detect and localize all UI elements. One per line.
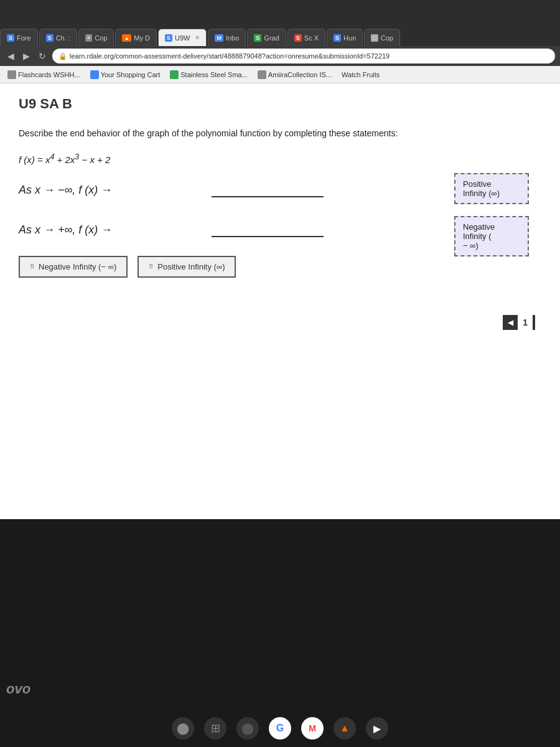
answer-line-1[interactable] bbox=[212, 182, 324, 197]
pagination-row: ◀ 1 bbox=[19, 315, 541, 330]
bookmark-favicon-stainless bbox=[170, 70, 179, 79]
prev-page-button[interactable]: ◀ bbox=[503, 315, 518, 330]
tab-label-sc: Sc X bbox=[304, 34, 319, 42]
bookmark-label-flashcards: Flashcards WSHH... bbox=[18, 71, 80, 78]
tab-favicon-sc: S bbox=[294, 34, 302, 42]
google-icon: G bbox=[276, 723, 284, 734]
tab-favicon-grad: S bbox=[254, 34, 261, 42]
behavior-expr-1: As x → −∞, f (x) → bbox=[19, 184, 205, 197]
tab-favicon-hun: S bbox=[334, 34, 341, 42]
bookmark-label-amiira: AmiiraCollection IS... bbox=[268, 71, 332, 78]
bookmark-favicon-shopping-cart bbox=[90, 70, 99, 79]
tab-label-myd: My D bbox=[134, 34, 150, 42]
tab-fore[interactable]: S Fore bbox=[0, 29, 38, 46]
options-box-negative-line1: Negative bbox=[463, 222, 520, 232]
top-dark-bar bbox=[0, 0, 560, 24]
tab-close-u9w[interactable]: ✕ bbox=[195, 34, 200, 41]
tab-label-fore: Fore bbox=[17, 34, 31, 42]
tab-favicon-fore: S bbox=[7, 34, 14, 42]
bookmark-amiira[interactable]: AmiiraCollection IS... bbox=[255, 69, 334, 80]
bookmark-label-shopping-cart: Your Shopping Cart bbox=[101, 71, 161, 78]
taskbar: ⬤ ⊞ ⬤ G M ▲ ▶ bbox=[0, 710, 560, 747]
tab-label-cop2: Cop bbox=[381, 34, 393, 42]
bookmark-watch-fruits[interactable]: Watch Fruits bbox=[339, 70, 382, 80]
address-bar[interactable]: 🔒 learn.rdale.org/common-assessment-deli… bbox=[52, 49, 555, 63]
mail-icon: M bbox=[309, 723, 316, 733]
tab-label-u9w: U9W bbox=[175, 34, 190, 42]
taskbar-grid-icon[interactable]: ⊞ bbox=[204, 717, 226, 740]
url-text: learn.rdale.org/common-assessment-delive… bbox=[70, 52, 390, 60]
options-box-positive-line1: Positive bbox=[463, 179, 520, 189]
bookmarks-bar: Flashcards WSHH... Your Shopping Cart St… bbox=[0, 66, 560, 83]
brand-label: ovo bbox=[6, 681, 30, 697]
chip-label-positive: Positive Infinity (∞) bbox=[157, 262, 225, 271]
address-bar-row: ◀ ▶ ↻ 🔒 learn.rdale.org/common-assessmen… bbox=[0, 46, 560, 66]
back-button[interactable]: ◀ bbox=[5, 50, 17, 62]
triangle-icon: ▲ bbox=[340, 723, 350, 734]
options-box-positive[interactable]: Positive Infinity (∞) bbox=[454, 173, 529, 204]
tab-cop[interactable]: = Cop bbox=[78, 29, 114, 46]
tab-u9w[interactable]: S U9W ✕ bbox=[158, 29, 207, 46]
bookmark-stainless[interactable]: Stainless Steel Sma... bbox=[167, 69, 250, 80]
behavior-row-2: As x → +∞, f (x) → Negative Infinity ( −… bbox=[19, 222, 541, 237]
bookmark-shopping-cart[interactable]: Your Shopping Cart bbox=[88, 69, 163, 80]
tab-label-grad: Grad bbox=[264, 34, 279, 42]
question-block: Describe the end behavior of the graph o… bbox=[19, 127, 541, 330]
chip-dots-2: ⠿ bbox=[149, 263, 154, 270]
bookmark-favicon-amiira bbox=[258, 70, 266, 79]
tab-favicon-u9w: S bbox=[165, 34, 172, 42]
taskbar-triangle-icon[interactable]: ▲ bbox=[334, 717, 356, 740]
reload-button[interactable]: ↻ bbox=[36, 50, 49, 62]
circle2-icon: ⬤ bbox=[241, 721, 254, 735]
tab-bar: S Fore S Ch. : = Cop ▲ My D S U9W ✕ M In… bbox=[0, 24, 560, 46]
chip-negative-infinity[interactable]: ⠿ Negative Infinity (− ∞) bbox=[19, 256, 128, 278]
taskbar-mail-icon[interactable]: M bbox=[301, 717, 324, 740]
tab-favicon-cop2: □ bbox=[371, 34, 378, 42]
bookmark-label-stainless: Stainless Steel Sma... bbox=[180, 71, 248, 78]
tab-label-ch: Ch. : bbox=[56, 34, 70, 42]
bookmark-label-watch-fruits: Watch Fruits bbox=[342, 71, 380, 78]
tab-ch[interactable]: S Ch. : bbox=[39, 29, 77, 46]
behavior-expr-2: As x → +∞, f (x) → bbox=[19, 223, 205, 237]
tab-favicon-cop: = bbox=[85, 34, 92, 42]
options-box-negative-line2: Infinity ( bbox=[463, 232, 520, 241]
bookmark-flashcards[interactable]: Flashcards WSHH... bbox=[5, 69, 83, 80]
main-content: U9 SA B Describe the end behavior of the… bbox=[0, 83, 560, 519]
question-text: Describe the end behavior of the graph o… bbox=[19, 127, 541, 140]
tab-label-hun: Hun bbox=[343, 34, 356, 42]
chip-positive-infinity[interactable]: ⠿ Positive Infinity (∞) bbox=[138, 256, 236, 278]
bookmark-favicon-flashcards bbox=[7, 70, 16, 79]
tab-favicon-myd: ▲ bbox=[122, 34, 131, 42]
forward-button[interactable]: ▶ bbox=[21, 50, 32, 62]
tab-cop2[interactable]: □ Cop bbox=[364, 29, 400, 46]
taskbar-circle2-icon[interactable]: ⬤ bbox=[236, 717, 259, 740]
circle-icon: ⬤ bbox=[177, 721, 189, 735]
answer-line-2[interactable] bbox=[212, 222, 324, 237]
tab-label-cop: Cop bbox=[95, 34, 107, 42]
lock-icon: 🔒 bbox=[58, 52, 67, 60]
tab-inbo[interactable]: M Inbo bbox=[208, 29, 246, 46]
options-box-negative[interactable]: Negative Infinity ( − ∞) bbox=[454, 216, 529, 256]
tab-favicon-ch: S bbox=[46, 34, 54, 42]
grid-icon: ⊞ bbox=[211, 721, 220, 735]
chip-dots-1: ⠿ bbox=[30, 263, 35, 270]
taskbar-play-icon[interactable]: ▶ bbox=[366, 717, 388, 740]
page-divider bbox=[533, 315, 535, 330]
taskbar-circle-icon[interactable]: ⬤ bbox=[172, 717, 194, 740]
behavior-row-1: As x → −∞, f (x) → Positive Infinity (∞) bbox=[19, 182, 541, 197]
tab-label-inbo: Inbo bbox=[226, 34, 239, 42]
page-number: 1 bbox=[523, 317, 528, 327]
chip-label-negative: Negative Infinity (− ∞) bbox=[39, 262, 116, 271]
tab-myd[interactable]: ▲ My D bbox=[115, 29, 157, 46]
taskbar-google-icon[interactable]: G bbox=[269, 717, 291, 740]
answer-chips: ⠿ Negative Infinity (− ∞) ⠿ Positive Inf… bbox=[19, 256, 541, 278]
options-box-negative-line3: − ∞) bbox=[463, 241, 520, 250]
function-equation: f (x) = x4 + 2x3 − x + 2 bbox=[19, 153, 541, 165]
tab-grad[interactable]: S Grad bbox=[247, 29, 286, 46]
tab-favicon-inbo: M bbox=[215, 34, 223, 42]
options-box-positive-line2: Infinity (∞) bbox=[463, 189, 520, 198]
tab-sc[interactable]: S Sc X bbox=[287, 29, 325, 46]
play-icon: ▶ bbox=[373, 723, 381, 735]
page-title: U9 SA B bbox=[19, 96, 541, 112]
tab-hun[interactable]: S Hun bbox=[327, 29, 363, 46]
